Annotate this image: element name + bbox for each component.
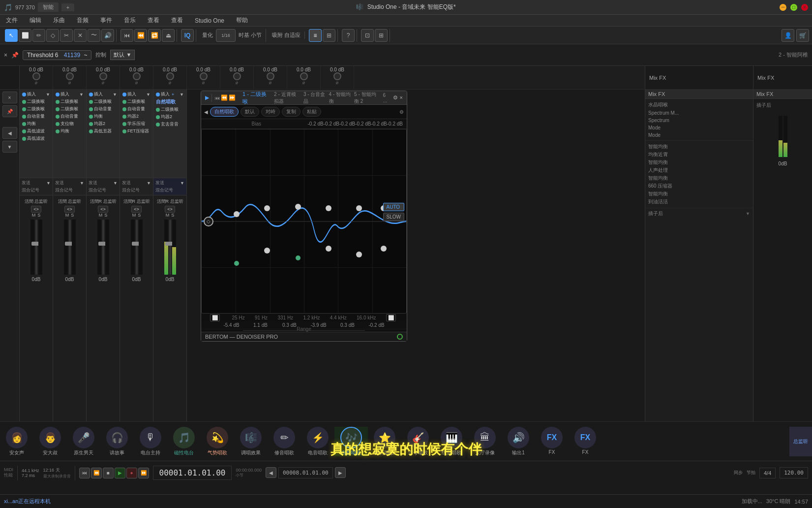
preset-float[interactable]: 🎸 浮夸唱歌 (401, 427, 435, 456)
rp-plugin-3[interactable]: Spectrum (648, 117, 750, 124)
preset-natural-singing[interactable]: 自然唱歌 (210, 107, 239, 117)
pencil-tool-button[interactable]: ✏ (32, 29, 45, 42)
band-knob-8[interactable] (267, 72, 274, 80)
eq-skip-back[interactable]: ⏮ (214, 95, 220, 101)
view-arrange-button[interactable]: ⊞ (323, 29, 335, 42)
eq-preset-back[interactable]: ◀ (204, 109, 208, 115)
eq-tab4[interactable]: 4 - 智能均衡 (329, 91, 352, 105)
s-button3[interactable]: S (104, 213, 107, 218)
plugin-row[interactable]: 学乐压缩 (121, 120, 151, 127)
eq-display[interactable]: ◇ AUTO SLOW (201, 129, 407, 314)
track-pin-icon[interactable]: 📌 (11, 52, 19, 59)
rp-ch-plugin-1[interactable]: 智能均衡 (648, 143, 750, 151)
s-button2[interactable]: S (71, 213, 74, 218)
plugin-row[interactable]: 二级换喉 (121, 98, 151, 105)
cut-tool-button[interactable]: ✂ (60, 29, 73, 42)
plugin-row[interactable]: 高低丑器 (88, 127, 118, 135)
plugin-row[interactable]: 均器2 (121, 113, 151, 120)
preset-elec[interactable]: ⚡ 电音唱歌 (301, 427, 334, 456)
eq-tab6[interactable]: 6 ... (383, 93, 390, 103)
eq-play-btn[interactable]: ▶ (205, 95, 209, 101)
s-button5[interactable]: S (171, 213, 174, 218)
eq-tab2[interactable]: 2 - 近霄模拟器 (274, 91, 301, 105)
band-knob-7[interactable] (233, 72, 241, 80)
band-knob-4[interactable] (133, 72, 141, 80)
expand3[interactable]: ▼ (113, 92, 117, 97)
fader-area4[interactable] (131, 218, 143, 277)
eq-header-settings[interactable]: ⚙ (399, 109, 404, 115)
stereo-button3[interactable]: <> (98, 206, 108, 213)
listen-tool-button[interactable]: 🔊 (101, 29, 114, 42)
preset-default[interactable]: 默认 (241, 107, 259, 117)
preset-confront[interactable]: 对峙 (261, 107, 280, 117)
m-button4[interactable]: M (132, 213, 136, 218)
rp-ch-plugin-8[interactable]: 到油活活 (648, 198, 750, 206)
fast-forward-button[interactable]: ⏩ (138, 468, 149, 478)
minimize-button[interactable]: ─ (780, 4, 786, 11)
rp-ch-plugin-2[interactable]: 均衡近霄 (648, 151, 750, 159)
fader-area3[interactable] (97, 218, 109, 277)
eq-tab5[interactable]: 5 - 智能均衡 2 (354, 91, 380, 105)
plugin-row[interactable]: 均衡 (21, 120, 51, 127)
select-tool-button[interactable]: ↖ (5, 29, 18, 42)
band-knob-9[interactable] (300, 72, 308, 80)
skip-start-button[interactable]: ⏮ (79, 468, 90, 478)
plugin-row[interactable]: 二级换喉 (155, 106, 185, 113)
menu-music[interactable]: 乐曲 (51, 15, 67, 26)
rp-plugin-1[interactable]: 水晶唱喉 (648, 100, 750, 109)
fader-track4[interactable] (136, 220, 138, 275)
preset-radio[interactable]: 🎙 电台主持 (134, 427, 167, 456)
menu-view2[interactable]: 查看 (169, 15, 185, 26)
plugin-row[interactable]: 高低滤波 (21, 135, 51, 142)
menu-view[interactable]: 查看 (146, 15, 161, 26)
fader-track3[interactable] (102, 220, 104, 275)
eq-node-5[interactable] (356, 205, 362, 211)
eq-node-sec-3[interactable] (296, 255, 301, 260)
stop-button[interactable]: ■ (103, 468, 114, 478)
play-button[interactable]: ▶ (115, 468, 125, 478)
rp-ch-plugin-3[interactable]: 智能均衡 (648, 159, 750, 166)
eq-close-icon[interactable]: × (400, 95, 403, 101)
freq-right-icon[interactable]: ⬜ (386, 315, 398, 320)
sends-expand[interactable]: ▼ (746, 211, 750, 216)
rp-ch-plugin-6[interactable]: 660 压缩器 (648, 182, 750, 190)
eq-tab3[interactable]: 3 - 台音盒品 (303, 91, 326, 105)
sidebar-expand-button[interactable]: ▼ (2, 141, 17, 153)
plugin-row[interactable]: 二级换喉 (88, 98, 118, 105)
band-knob-10[interactable] (333, 72, 341, 80)
preset-out1[interactable]: 🔊 输出1 (502, 427, 535, 456)
preset-power[interactable]: 💫 气势唱歌 (201, 427, 234, 456)
slow-button[interactable]: SLOW (383, 213, 404, 221)
menu-file[interactable]: 文件 (4, 15, 20, 26)
bend-tool-button[interactable]: 〜 (88, 29, 100, 42)
eq-node-sec-1[interactable] (234, 261, 239, 266)
plugin-row[interactable]: 高低滤波 (21, 127, 51, 135)
loop-start-button[interactable]: ◀ (266, 467, 276, 478)
send-expand2[interactable]: ▼ (80, 181, 84, 186)
s-button4[interactable]: S (138, 213, 141, 218)
auto-button[interactable]: AUTO (383, 203, 404, 211)
preset-paste[interactable]: 粘贴 (302, 107, 321, 117)
send-expand4[interactable]: ▼ (147, 181, 151, 186)
plugin-row[interactable]: 玄去音音 (155, 121, 185, 128)
expand4[interactable]: ▼ (146, 92, 150, 97)
stereo-button2[interactable]: <> (64, 206, 75, 213)
settings-button[interactable]: 🛒 (796, 29, 809, 42)
preset-fx2[interactable]: FX FX (569, 427, 602, 456)
fader-area2[interactable] (64, 218, 76, 277)
sidebar-pin-button[interactable]: 📌 (2, 105, 17, 117)
eq-rewind[interactable]: ⏪ (221, 95, 228, 101)
preset-tune[interactable]: 🎼 调唱效果 (234, 427, 268, 456)
m-button5[interactable]: M (166, 213, 170, 218)
preset-female[interactable]: 👩 安女声 (0, 427, 33, 456)
eq-node-4[interactable] (326, 205, 331, 211)
eq-node-sec-6[interactable] (381, 246, 387, 252)
tab-main[interactable]: 智能 (38, 2, 59, 12)
preset-fx1[interactable]: FX FX (535, 427, 569, 456)
preset-copy[interactable]: 复制 (282, 107, 301, 117)
eq-node-sec-4[interactable] (326, 246, 331, 252)
eq-node-sec-2[interactable] (264, 248, 270, 254)
skip-back-button[interactable]: ⏮ (120, 29, 133, 42)
m-button3[interactable]: M (99, 213, 103, 218)
eq-node-3[interactable] (295, 204, 301, 210)
